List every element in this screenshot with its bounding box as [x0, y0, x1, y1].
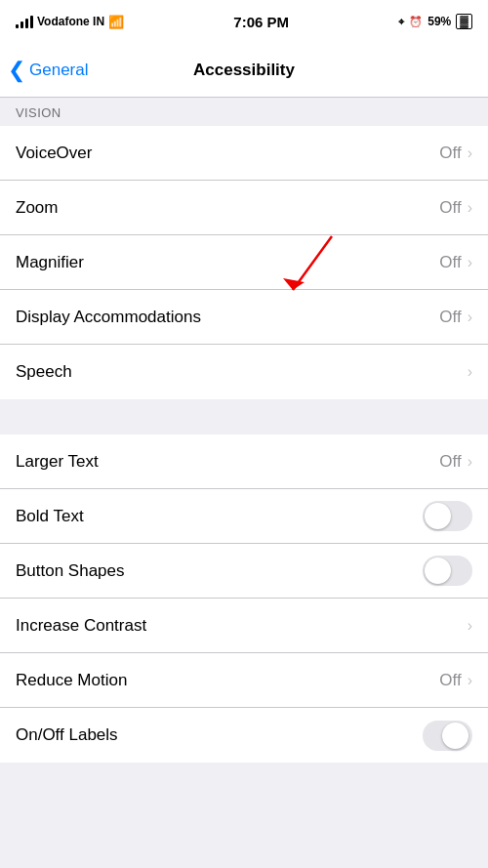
carrier-label: Vodafone IN: [37, 15, 104, 28]
voiceover-row[interactable]: VoiceOver Off ›: [0, 126, 488, 181]
display-accommodations-label: Display Accommodations: [16, 308, 439, 327]
status-right: ⌖ ⏰ 59% ▓: [398, 14, 472, 29]
reduce-motion-label: Reduce Motion: [16, 671, 439, 690]
display-accommodations-row[interactable]: Display Accommodations Off ›: [0, 290, 488, 345]
status-left: Vodafone IN 📶: [16, 15, 124, 29]
magnifier-value: Off: [439, 253, 461, 272]
speech-row[interactable]: Speech ›: [0, 345, 488, 399]
back-button[interactable]: ❮ General: [8, 60, 88, 81]
vision-group: VoiceOver Off › Zoom Off › Magnifier Off…: [0, 126, 488, 399]
bold-text-row[interactable]: Bold Text: [0, 489, 488, 544]
display-group: Larger Text Off › Bold Text Button Shape…: [0, 434, 488, 763]
speech-chevron-icon: ›: [468, 363, 472, 381]
button-shapes-label: Button Shapes: [16, 561, 423, 581]
magnifier-row[interactable]: Magnifier Off ›: [0, 235, 488, 290]
speech-label: Speech: [16, 362, 462, 382]
battery-label: 59%: [427, 15, 451, 28]
status-bar: Vodafone IN 📶 7:06 PM ⌖ ⏰ 59% ▓: [0, 0, 488, 43]
back-label: General: [29, 61, 88, 80]
larger-text-label: Larger Text: [16, 452, 439, 472]
zoom-chevron-icon: ›: [468, 199, 472, 217]
page-title: Accessibility: [193, 61, 295, 80]
button-shapes-row[interactable]: Button Shapes: [0, 544, 488, 599]
section-gap-1: [0, 399, 488, 434]
reduce-motion-chevron-icon: ›: [468, 672, 472, 689]
zoom-row[interactable]: Zoom Off ›: [0, 181, 488, 235]
bold-text-toggle-knob: [425, 503, 451, 529]
button-shapes-toggle[interactable]: [423, 556, 472, 586]
battery-icon: ▓: [456, 14, 472, 29]
bold-text-toggle[interactable]: [423, 501, 472, 531]
back-chevron-icon: ❮: [8, 60, 25, 81]
increase-contrast-chevron-icon: ›: [468, 617, 472, 635]
larger-text-chevron-icon: ›: [468, 453, 472, 471]
increase-contrast-label: Increase Contrast: [16, 616, 462, 636]
voiceover-value: Off: [439, 144, 461, 163]
vision-section-header: VISION: [0, 98, 488, 126]
zoom-value: Off: [439, 198, 461, 218]
magnifier-chevron-icon: ›: [468, 254, 472, 271]
larger-text-value: Off: [439, 452, 461, 472]
wifi-icon: 📶: [108, 15, 124, 29]
on-off-labels-row[interactable]: On/Off Labels: [0, 708, 488, 763]
display-accommodations-value: Off: [439, 308, 461, 327]
signal-icon: [16, 16, 33, 28]
increase-contrast-row[interactable]: Increase Contrast ›: [0, 599, 488, 653]
display-accommodations-chevron-icon: ›: [468, 309, 472, 326]
on-off-labels-toggle[interactable]: [423, 721, 472, 751]
location-icon: ⌖: [398, 16, 404, 28]
reduce-motion-value: Off: [439, 671, 461, 690]
on-off-labels-label: On/Off Labels: [16, 725, 423, 745]
alarm-icon: ⏰: [409, 16, 423, 28]
nav-bar: ❮ General Accessibility: [0, 43, 488, 98]
button-shapes-toggle-knob: [425, 558, 451, 584]
bold-text-label: Bold Text: [16, 507, 423, 526]
voiceover-chevron-icon: ›: [468, 145, 472, 162]
zoom-label: Zoom: [16, 198, 439, 218]
reduce-motion-row[interactable]: Reduce Motion Off ›: [0, 653, 488, 708]
magnifier-label: Magnifier: [16, 253, 439, 272]
time-label: 7:06 PM: [233, 14, 289, 30]
larger-text-row[interactable]: Larger Text Off ›: [0, 434, 488, 489]
voiceover-label: VoiceOver: [16, 144, 439, 163]
on-off-labels-toggle-knob: [442, 723, 468, 749]
